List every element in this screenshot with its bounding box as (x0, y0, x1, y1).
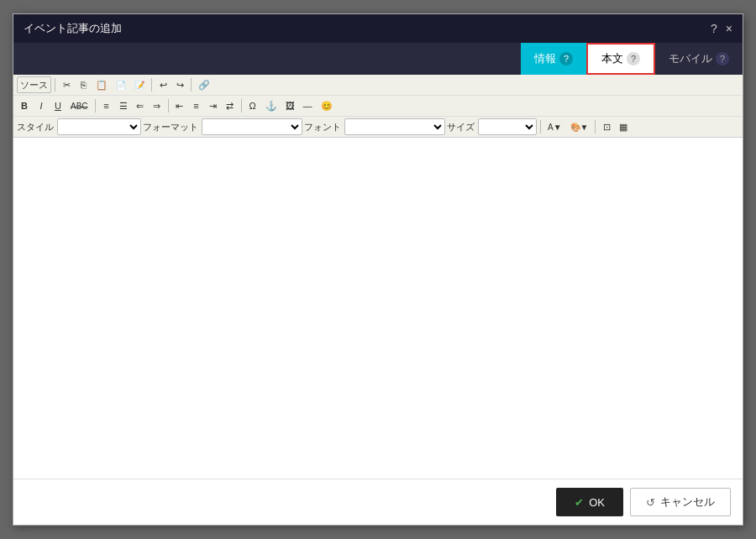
show-blocks-button[interactable]: ▦ (616, 118, 631, 135)
redo-button[interactable]: ↪ (172, 76, 187, 93)
footer: ✔ OK ↺ キャンセル (13, 479, 743, 525)
tab-bar: 情報 ? 本文 ? モバイル ? (13, 43, 743, 75)
titlebar-controls: ? × (711, 23, 732, 34)
unordered-list-button[interactable]: ☰ (116, 97, 131, 114)
special-char-button[interactable]: Ω (245, 97, 260, 114)
indent-button[interactable]: ⇒ (150, 97, 165, 114)
separator (95, 99, 96, 113)
ok-button[interactable]: ✔ OK (556, 488, 623, 516)
italic-button[interactable]: I (34, 97, 49, 114)
underline-button[interactable]: U (50, 97, 66, 114)
copy-button[interactable]: ⎘ (76, 76, 91, 93)
toolbar-row3: スタイル フォーマット フォント サイズ A▼ 🎨▼ ⊡ ▦ (13, 117, 743, 137)
text-color-button[interactable]: A▼ (544, 118, 565, 135)
hline-button[interactable]: — (300, 97, 316, 114)
close-button[interactable]: × (726, 23, 732, 34)
maximize-button[interactable]: ⊡ (599, 118, 614, 135)
dialog: イベント記事の追加 ? × 情報 ? 本文 ? モバイル ? ソース ✂ ⎘ 📋 (13, 13, 743, 526)
tab-info[interactable]: 情報 ? (521, 43, 586, 75)
separator (191, 78, 192, 92)
font-select[interactable] (344, 118, 445, 135)
style-select[interactable] (57, 118, 141, 135)
cancel-label: キャンセル (660, 495, 715, 510)
format-select[interactable] (202, 118, 302, 135)
outdent-button[interactable]: ⇐ (133, 97, 148, 114)
paste-text-button[interactable]: 📄 (113, 76, 129, 93)
style-label: スタイル (17, 121, 54, 133)
size-label: サイズ (447, 121, 475, 133)
bg-color-button[interactable]: 🎨▼ (567, 118, 592, 135)
ordered-list-button[interactable]: ≡ (99, 97, 114, 114)
separator (168, 99, 169, 113)
bold-button[interactable]: B (17, 97, 32, 114)
source-button[interactable]: ソース (17, 76, 51, 93)
font-label: フォント (304, 121, 341, 133)
separator (241, 99, 242, 113)
toolbar-row1: ソース ✂ ⎘ 📋 📄 📝 ↩ ↪ 🔗 (13, 75, 743, 96)
toolbar-row2: B I U ABC ≡ ☰ ⇐ ⇒ ⇤ ≡ ⇥ ⇄ Ω ⚓ 🖼 — 😊 (13, 96, 743, 117)
align-center-button[interactable]: ≡ (189, 97, 204, 114)
align-justify-button[interactable]: ⇄ (223, 97, 238, 114)
separator (55, 78, 55, 92)
align-right-button[interactable]: ⇥ (206, 97, 221, 114)
cancel-icon: ↺ (646, 496, 655, 509)
separator (151, 78, 152, 92)
format-label: フォーマット (143, 121, 198, 133)
separator (540, 120, 541, 133)
paste-word-button[interactable]: 📝 (131, 76, 148, 93)
paste-button[interactable]: 📋 (92, 76, 111, 93)
undo-button[interactable]: ↩ (155, 76, 171, 93)
cut-button[interactable]: ✂ (59, 76, 74, 93)
tab-mobile-label: モバイル (669, 51, 712, 66)
size-select[interactable] (478, 118, 537, 135)
link-button[interactable]: 🔗 (195, 76, 213, 93)
tab-body-label: 本文 (601, 51, 623, 66)
emoji-button[interactable]: 😊 (318, 97, 336, 114)
editor-area[interactable] (13, 138, 743, 479)
strikethrough-button[interactable]: ABC (67, 97, 92, 114)
tab-info-help: ? (559, 52, 573, 65)
toolbar: ソース ✂ ⎘ 📋 📄 📝 ↩ ↪ 🔗 B I U ABC ≡ ☰ ⇐ ⇒ ⇤ (13, 75, 743, 138)
tab-body-help: ? (627, 52, 640, 65)
cancel-button[interactable]: ↺ キャンセル (630, 488, 731, 516)
image-button[interactable]: 🖼 (282, 97, 298, 114)
tab-body[interactable]: 本文 ? (586, 43, 655, 75)
anchor-button[interactable]: ⚓ (262, 97, 281, 114)
separator (595, 120, 596, 133)
tab-mobile[interactable]: モバイル ? (655, 43, 743, 75)
dialog-title: イベント記事の追加 (24, 21, 122, 36)
tab-mobile-help: ? (716, 52, 729, 65)
align-left-button[interactable]: ⇤ (172, 97, 187, 114)
ok-icon: ✔ (575, 496, 584, 509)
tab-info-label: 情報 (534, 51, 556, 66)
help-button[interactable]: ? (711, 23, 717, 34)
titlebar: イベント記事の追加 ? × (13, 14, 743, 43)
ok-label: OK (589, 496, 605, 509)
